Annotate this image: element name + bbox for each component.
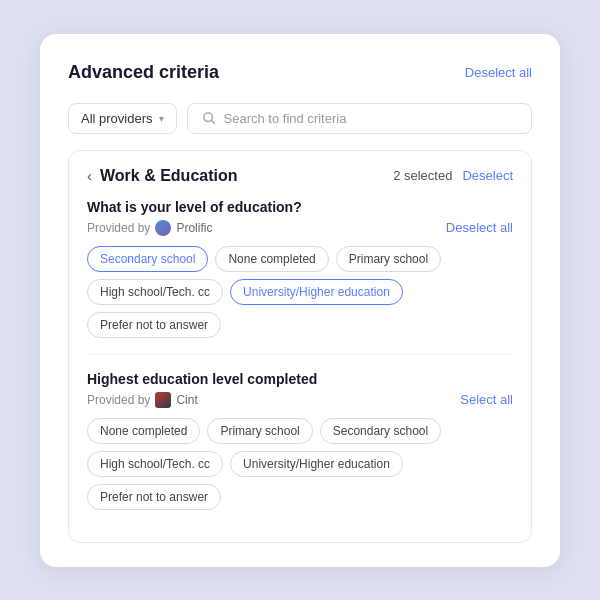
search-box[interactable]: Search to find criteria xyxy=(187,103,532,134)
section-divider xyxy=(87,354,513,355)
provided-by-label-1: Provided by xyxy=(87,221,150,235)
back-arrow-icon[interactable]: ‹ xyxy=(87,167,92,184)
provider-select[interactable]: All providers ▾ xyxy=(68,103,177,134)
cint-logo-icon xyxy=(155,392,171,408)
provided-by-label-2: Provided by xyxy=(87,393,150,407)
question-1-deselect-all[interactable]: Deselect all xyxy=(446,220,513,235)
chip-none-completed-1[interactable]: None completed xyxy=(215,246,328,272)
advanced-criteria-card: Advanced criteria Deselect all All provi… xyxy=(40,34,560,567)
section-header-right: 2 selected Deselect xyxy=(393,168,513,183)
section-header: ‹ Work & Education 2 selected Deselect xyxy=(87,167,513,185)
chip-secondary-school-2[interactable]: Secondary school xyxy=(320,418,441,444)
chip-university-2[interactable]: University/Higher education xyxy=(230,451,403,477)
svg-line-1 xyxy=(211,121,214,124)
chip-high-school-1[interactable]: High school/Tech. cc xyxy=(87,279,223,305)
chip-prefer-not-1[interactable]: Prefer not to answer xyxy=(87,312,221,338)
question-2-select-all[interactable]: Select all xyxy=(460,392,513,407)
search-icon xyxy=(202,111,216,125)
section-work-education: ‹ Work & Education 2 selected Deselect W… xyxy=(68,150,532,543)
chevron-down-icon: ▾ xyxy=(159,113,164,124)
question-block-2: Highest education level completed Provid… xyxy=(87,371,513,510)
question-1-title: What is your level of education? xyxy=(87,199,513,215)
chip-none-completed-2[interactable]: None completed xyxy=(87,418,200,444)
prolific-logo-icon xyxy=(155,220,171,236)
question-1-provider-line: Provided by Prolific Deselect all xyxy=(87,220,513,236)
search-placeholder: Search to find criteria xyxy=(224,111,347,126)
question-1-chips: Secondary school None completed Primary … xyxy=(87,246,513,338)
provider-select-label: All providers xyxy=(81,111,153,126)
prolific-name: Prolific xyxy=(176,221,212,235)
card-title: Advanced criteria xyxy=(68,62,219,83)
card-header: Advanced criteria Deselect all xyxy=(68,62,532,83)
chip-prefer-not-2[interactable]: Prefer not to answer xyxy=(87,484,221,510)
chip-secondary-school-1[interactable]: Secondary school xyxy=(87,246,208,272)
chip-high-school-2[interactable]: High school/Tech. cc xyxy=(87,451,223,477)
section-header-left: ‹ Work & Education xyxy=(87,167,238,185)
question-block-1: What is your level of education? Provide… xyxy=(87,199,513,338)
question-2-provider-info: Provided by Cint xyxy=(87,392,198,408)
chip-primary-school-2[interactable]: Primary school xyxy=(207,418,312,444)
deselect-all-button[interactable]: Deselect all xyxy=(465,65,532,80)
question-2-provider-line: Provided by Cint Select all xyxy=(87,392,513,408)
question-1-provider-info: Provided by Prolific xyxy=(87,220,212,236)
section-title: Work & Education xyxy=(100,167,238,185)
section-deselect-button[interactable]: Deselect xyxy=(462,168,513,183)
toolbar: All providers ▾ Search to find criteria xyxy=(68,103,532,134)
selected-count: 2 selected xyxy=(393,168,452,183)
question-2-title: Highest education level completed xyxy=(87,371,513,387)
chip-primary-school-1[interactable]: Primary school xyxy=(336,246,441,272)
cint-name: Cint xyxy=(176,393,197,407)
chip-university-1[interactable]: University/Higher education xyxy=(230,279,403,305)
svg-point-0 xyxy=(203,113,212,122)
question-2-chips: None completed Primary school Secondary … xyxy=(87,418,513,510)
